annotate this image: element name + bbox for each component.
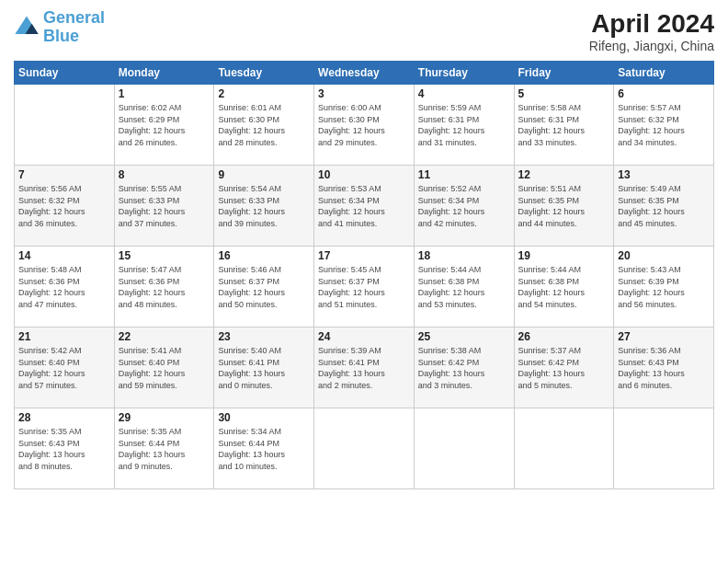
- header: GeneralBlue April 2024 Rifeng, Jiangxi, …: [14, 9, 714, 53]
- calendar-cell: 10Sunrise: 5:53 AM Sunset: 6:34 PM Dayli…: [314, 166, 415, 247]
- day-info: Sunrise: 5:49 AM Sunset: 6:35 PM Dayligh…: [618, 183, 710, 229]
- calendar-cell: 20Sunrise: 5:43 AM Sunset: 6:39 PM Dayli…: [614, 247, 714, 327]
- day-number: 11: [418, 168, 510, 181]
- day-number: 24: [318, 330, 410, 343]
- day-info: Sunrise: 5:34 AM Sunset: 6:44 PM Dayligh…: [218, 426, 310, 472]
- day-info: Sunrise: 5:35 AM Sunset: 6:43 PM Dayligh…: [18, 426, 110, 472]
- calendar-cell: 27Sunrise: 5:36 AM Sunset: 6:43 PM Dayli…: [614, 327, 714, 408]
- calendar-cell: 14Sunrise: 5:48 AM Sunset: 6:36 PM Dayli…: [15, 247, 115, 327]
- day-header-friday: Friday: [514, 62, 614, 85]
- day-info: Sunrise: 6:01 AM Sunset: 6:30 PM Dayligh…: [218, 102, 310, 148]
- day-header-saturday: Saturday: [614, 62, 714, 85]
- calendar-cell: 21Sunrise: 5:42 AM Sunset: 6:40 PM Dayli…: [15, 327, 115, 408]
- calendar-cell: 26Sunrise: 5:37 AM Sunset: 6:42 PM Dayli…: [514, 327, 614, 408]
- calendar-cell: 12Sunrise: 5:51 AM Sunset: 6:35 PM Dayli…: [514, 166, 614, 247]
- title-block: April 2024 Rifeng, Jiangxi, China: [589, 9, 714, 53]
- day-header-wednesday: Wednesday: [314, 62, 415, 85]
- day-info: Sunrise: 6:00 AM Sunset: 6:30 PM Dayligh…: [318, 102, 410, 148]
- logo-text: GeneralBlue: [43, 9, 105, 46]
- calendar-header-row: SundayMondayTuesdayWednesdayThursdayFrid…: [15, 62, 714, 85]
- calendar-cell: 25Sunrise: 5:38 AM Sunset: 6:42 PM Dayli…: [414, 327, 514, 408]
- day-info: Sunrise: 5:55 AM Sunset: 6:33 PM Dayligh…: [119, 183, 210, 229]
- calendar-cell: [314, 408, 415, 489]
- day-number: 5: [518, 87, 610, 100]
- day-number: 3: [318, 87, 410, 100]
- day-info: Sunrise: 5:39 AM Sunset: 6:41 PM Dayligh…: [318, 345, 410, 391]
- calendar-cell: 16Sunrise: 5:46 AM Sunset: 6:37 PM Dayli…: [214, 247, 314, 327]
- calendar-cell: 6Sunrise: 5:57 AM Sunset: 6:32 PM Daylig…: [614, 85, 714, 166]
- calendar-cell: 5Sunrise: 5:58 AM Sunset: 6:31 PM Daylig…: [514, 85, 614, 166]
- calendar-cell: 28Sunrise: 5:35 AM Sunset: 6:43 PM Dayli…: [15, 408, 115, 489]
- day-header-monday: Monday: [114, 62, 214, 85]
- day-info: Sunrise: 5:54 AM Sunset: 6:33 PM Dayligh…: [218, 183, 310, 229]
- day-number: 12: [518, 168, 610, 181]
- day-number: 1: [119, 87, 210, 100]
- calendar-cell: 11Sunrise: 5:52 AM Sunset: 6:34 PM Dayli…: [414, 166, 514, 247]
- day-number: 10: [318, 168, 410, 181]
- day-info: Sunrise: 5:46 AM Sunset: 6:37 PM Dayligh…: [218, 264, 310, 310]
- day-info: Sunrise: 5:42 AM Sunset: 6:40 PM Dayligh…: [18, 345, 110, 391]
- calendar-cell: 17Sunrise: 5:45 AM Sunset: 6:37 PM Dayli…: [314, 247, 415, 327]
- day-number: 18: [418, 249, 510, 262]
- day-info: Sunrise: 5:43 AM Sunset: 6:39 PM Dayligh…: [618, 264, 710, 310]
- day-header-tuesday: Tuesday: [214, 62, 314, 85]
- calendar-cell: 13Sunrise: 5:49 AM Sunset: 6:35 PM Dayli…: [614, 166, 714, 247]
- calendar-cell: 18Sunrise: 5:44 AM Sunset: 6:38 PM Dayli…: [414, 247, 514, 327]
- calendar-cell: 24Sunrise: 5:39 AM Sunset: 6:41 PM Dayli…: [314, 327, 415, 408]
- day-info: Sunrise: 5:37 AM Sunset: 6:42 PM Dayligh…: [518, 345, 610, 391]
- calendar-cell: 9Sunrise: 5:54 AM Sunset: 6:33 PM Daylig…: [214, 166, 314, 247]
- calendar-cell: [614, 408, 714, 489]
- day-info: Sunrise: 5:41 AM Sunset: 6:40 PM Dayligh…: [119, 345, 210, 391]
- day-number: 19: [518, 249, 610, 262]
- calendar-week-5: 28Sunrise: 5:35 AM Sunset: 6:43 PM Dayli…: [15, 408, 714, 489]
- month-year: April 2024: [589, 9, 714, 39]
- day-number: 8: [119, 168, 210, 181]
- calendar-cell: 22Sunrise: 5:41 AM Sunset: 6:40 PM Dayli…: [114, 327, 214, 408]
- day-info: Sunrise: 5:53 AM Sunset: 6:34 PM Dayligh…: [318, 183, 410, 229]
- day-number: 13: [618, 168, 710, 181]
- day-number: 21: [18, 330, 110, 343]
- calendar-cell: [414, 408, 514, 489]
- calendar-cell: 3Sunrise: 6:00 AM Sunset: 6:30 PM Daylig…: [314, 85, 415, 166]
- day-info: Sunrise: 5:44 AM Sunset: 6:38 PM Dayligh…: [418, 264, 510, 310]
- day-number: 22: [119, 330, 210, 343]
- calendar-cell: [15, 85, 115, 166]
- day-info: Sunrise: 5:51 AM Sunset: 6:35 PM Dayligh…: [518, 183, 610, 229]
- day-number: 6: [618, 87, 710, 100]
- logo-blue: Blue: [43, 28, 105, 46]
- calendar-week-4: 21Sunrise: 5:42 AM Sunset: 6:40 PM Dayli…: [15, 327, 714, 408]
- day-info: Sunrise: 5:58 AM Sunset: 6:31 PM Dayligh…: [518, 102, 610, 148]
- day-number: 2: [218, 87, 310, 100]
- day-info: Sunrise: 5:57 AM Sunset: 6:32 PM Dayligh…: [618, 102, 710, 148]
- calendar-table: SundayMondayTuesdayWednesdayThursdayFrid…: [14, 61, 714, 489]
- calendar-week-1: 1Sunrise: 6:02 AM Sunset: 6:29 PM Daylig…: [15, 85, 714, 166]
- day-info: Sunrise: 5:48 AM Sunset: 6:36 PM Dayligh…: [18, 264, 110, 310]
- day-number: 4: [418, 87, 510, 100]
- day-info: Sunrise: 5:56 AM Sunset: 6:32 PM Dayligh…: [18, 183, 110, 229]
- calendar-cell: [514, 408, 614, 489]
- logo: GeneralBlue: [14, 9, 105, 46]
- calendar-cell: 29Sunrise: 5:35 AM Sunset: 6:44 PM Dayli…: [114, 408, 214, 489]
- day-number: 14: [18, 249, 110, 262]
- calendar-cell: 1Sunrise: 6:02 AM Sunset: 6:29 PM Daylig…: [114, 85, 214, 166]
- calendar-cell: 4Sunrise: 5:59 AM Sunset: 6:31 PM Daylig…: [414, 85, 514, 166]
- day-info: Sunrise: 5:59 AM Sunset: 6:31 PM Dayligh…: [418, 102, 510, 148]
- calendar-cell: 19Sunrise: 5:44 AM Sunset: 6:38 PM Dayli…: [514, 247, 614, 327]
- day-number: 28: [18, 411, 110, 424]
- day-info: Sunrise: 5:40 AM Sunset: 6:41 PM Dayligh…: [218, 345, 310, 391]
- calendar-week-3: 14Sunrise: 5:48 AM Sunset: 6:36 PM Dayli…: [15, 247, 714, 327]
- day-number: 26: [518, 330, 610, 343]
- day-info: Sunrise: 5:47 AM Sunset: 6:36 PM Dayligh…: [119, 264, 210, 310]
- day-info: Sunrise: 5:35 AM Sunset: 6:44 PM Dayligh…: [119, 426, 210, 472]
- day-info: Sunrise: 5:36 AM Sunset: 6:43 PM Dayligh…: [618, 345, 710, 391]
- day-number: 17: [318, 249, 410, 262]
- calendar-cell: 8Sunrise: 5:55 AM Sunset: 6:33 PM Daylig…: [114, 166, 214, 247]
- day-number: 16: [218, 249, 310, 262]
- day-number: 15: [119, 249, 210, 262]
- day-info: Sunrise: 5:38 AM Sunset: 6:42 PM Dayligh…: [418, 345, 510, 391]
- calendar-cell: 23Sunrise: 5:40 AM Sunset: 6:41 PM Dayli…: [214, 327, 314, 408]
- calendar-cell: 7Sunrise: 5:56 AM Sunset: 6:32 PM Daylig…: [15, 166, 115, 247]
- day-number: 27: [618, 330, 710, 343]
- day-header-sunday: Sunday: [15, 62, 115, 85]
- logo-general: General: [43, 8, 105, 27]
